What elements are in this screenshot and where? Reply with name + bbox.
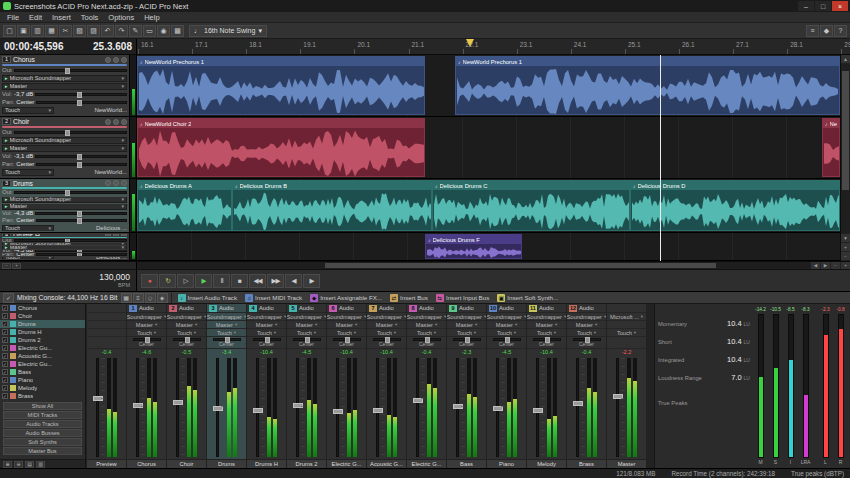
strip-pan-control[interactable]: Center bbox=[487, 337, 526, 349]
mixer-sidebar-item-drums[interactable]: ✓Drums bbox=[0, 320, 85, 328]
mixer-sidebar-item-drums-h[interactable]: ✓Drums H bbox=[0, 328, 85, 336]
mixer-strip-drums-h[interactable]: 4AudioSoundmapper▾Master▾Touch▾Center-10… bbox=[247, 304, 286, 468]
scroll-down-icon[interactable]: ▼ bbox=[841, 234, 850, 243]
menu-item-options[interactable]: Options bbox=[103, 13, 139, 22]
checkbox[interactable]: ✓ bbox=[2, 337, 8, 343]
volume-fader[interactable] bbox=[216, 358, 219, 457]
pan-slider[interactable] bbox=[533, 338, 561, 341]
filter-button-audio-busses[interactable]: Audio Busses bbox=[3, 429, 82, 437]
paste-icon[interactable]: ▨ bbox=[87, 25, 100, 37]
maximize-button[interactable]: □ bbox=[815, 1, 831, 11]
insert-bus-button[interactable]: ⇄Insert Bus bbox=[387, 292, 431, 303]
loop-playback-button[interactable]: ↻ bbox=[159, 274, 176, 288]
strip-automation-selector[interactable]: Touch▾ bbox=[167, 329, 206, 337]
menu-item-tools[interactable]: Tools bbox=[76, 13, 104, 22]
arm-record-button[interactable] bbox=[121, 57, 127, 63]
mixer-sidebar-item-piano[interactable]: ✓Piano bbox=[0, 376, 85, 384]
strip-automation-selector[interactable]: Touch▾ bbox=[407, 329, 446, 337]
track-lane-drums-h[interactable]: ♪Delicious Drums F bbox=[137, 233, 840, 261]
audio-clip-newworld-choir-2-0[interactable]: ♪NewWorld Choir 2 bbox=[137, 118, 425, 177]
zoom-in-icon[interactable]: + bbox=[840, 262, 850, 269]
horizontal-scroll-thumb[interactable] bbox=[325, 263, 715, 268]
strip-pan-control[interactable]: Center bbox=[367, 337, 406, 349]
checkbox[interactable]: ✓ bbox=[2, 329, 8, 335]
mixer-strip-electric-g[interactable]: 8AudioSoundmapper▾Master▾Touch▾Center-0.… bbox=[407, 304, 446, 468]
volume-fader[interactable] bbox=[496, 358, 499, 457]
checkbox[interactable]: ✓ bbox=[2, 313, 8, 319]
strip-pan-control[interactable]: Center bbox=[207, 337, 246, 349]
volume-fader[interactable] bbox=[35, 93, 127, 96]
device-selector[interactable]: ▸Microsoft Soundmapper▾ bbox=[2, 75, 127, 82]
pan-slider[interactable] bbox=[213, 338, 241, 341]
strip-pan-control[interactable]: Center bbox=[327, 337, 366, 349]
checkbox[interactable]: ✓ bbox=[2, 321, 8, 327]
volume-fader[interactable] bbox=[256, 358, 259, 457]
menu-item-edit[interactable]: Edit bbox=[24, 13, 47, 22]
insert-midi-track-button[interactable]: ♫Insert MIDI Track bbox=[242, 292, 305, 303]
mixer-strip-acoustic-g[interactable]: 7AudioSoundmapper▾Master▾Touch▾Center-10… bbox=[367, 304, 406, 468]
filter-button-soft-synths[interactable]: Soft Synths bbox=[3, 438, 82, 446]
mute-button[interactable] bbox=[105, 180, 111, 186]
pan-slider[interactable] bbox=[133, 338, 161, 341]
horizontal-scroll-track[interactable] bbox=[137, 262, 810, 269]
mixer-sidebar-item-acoustic-g[interactable]: ✓Acoustic G... bbox=[0, 352, 85, 360]
views-icon[interactable]: ▦ bbox=[121, 293, 132, 303]
wide-strips-icon[interactable]: ▥ bbox=[36, 461, 45, 468]
checkbox[interactable]: ✓ bbox=[2, 377, 8, 383]
solo-button[interactable] bbox=[113, 57, 119, 63]
strip-automation-selector[interactable]: Touch▾ bbox=[607, 329, 646, 337]
expand-track-icon[interactable]: + bbox=[12, 263, 21, 269]
automation-selector[interactable]: Touch▾ bbox=[2, 225, 54, 231]
timecode-display[interactable]: 00:00:45,596 bbox=[4, 41, 64, 52]
volume-fader[interactable] bbox=[35, 155, 127, 158]
minimize-button[interactable]: – bbox=[798, 1, 814, 11]
volume-fader[interactable] bbox=[456, 358, 459, 457]
menu-item-help[interactable]: Help bbox=[139, 13, 164, 22]
strip-automation-selector[interactable]: Touch▾ bbox=[487, 329, 526, 337]
mute-button[interactable] bbox=[105, 234, 111, 236]
strip-pan-control[interactable]: Center bbox=[287, 337, 326, 349]
pan-slider[interactable] bbox=[373, 338, 401, 341]
bus-selector[interactable]: ▸Master▾ bbox=[2, 145, 127, 152]
pan-slider[interactable] bbox=[293, 338, 321, 341]
scroll-up-icon[interactable]: ▲ bbox=[841, 55, 850, 64]
device-selector[interactable]: ▸Microsoft Soundmapper▾ bbox=[2, 243, 127, 245]
checkbox[interactable]: ✓ bbox=[2, 345, 8, 351]
insert-input-bus-button[interactable]: ⇆Insert Input Bus bbox=[433, 292, 492, 303]
zoom-out-icon[interactable]: ⊖ bbox=[14, 461, 23, 468]
track-header-chorus[interactable]: 1ChorusOut▸Microsoft Soundmapper▾▸Master… bbox=[0, 55, 136, 117]
properties-icon[interactable]: ≡ bbox=[133, 293, 144, 303]
mixer-strip-piano[interactable]: 10AudioSoundmapper▾Master▾Touch▾Center-4… bbox=[487, 304, 526, 468]
strip-bus-selector[interactable]: Master▾ bbox=[167, 321, 206, 329]
strip-automation-selector[interactable]: Touch▾ bbox=[207, 329, 246, 337]
go-to-end-button[interactable]: ▶▶ bbox=[267, 274, 284, 288]
strip-device-selector[interactable]: Soundmapper▾ bbox=[207, 313, 246, 321]
solo-button[interactable] bbox=[113, 180, 119, 186]
pan-slider[interactable] bbox=[573, 338, 601, 341]
zoom-out-vertical-icon[interactable]: − bbox=[841, 252, 850, 261]
swing-selector[interactable]: ♩ 16th Note Swing ▾ bbox=[189, 25, 267, 37]
volume-fader[interactable] bbox=[96, 358, 99, 457]
insert-assignable-fx-button[interactable]: ◆Insert Assignable FX... bbox=[307, 292, 385, 303]
pan-slider[interactable] bbox=[493, 338, 521, 341]
draw-tool-icon[interactable]: ✎ bbox=[129, 25, 142, 37]
track-header-drums[interactable]: 3DrumsOut▸Microsoft Soundmapper▾▸Master▾… bbox=[0, 179, 136, 233]
mixer-strip-drums-2[interactable]: 5AudioSoundmapper▾Master▾Touch▾Center-4.… bbox=[287, 304, 326, 468]
strip-automation-selector[interactable]: Touch▾ bbox=[567, 329, 606, 337]
mixer-strip-brass[interactable]: 12AudioSoundmapper▾Master▾Touch▾Center-0… bbox=[567, 304, 606, 468]
output-gain-slider[interactable] bbox=[14, 191, 127, 194]
strip-bus-selector[interactable]: Master▾ bbox=[207, 321, 246, 329]
mixer-strip-preview[interactable]: -0.4Preview bbox=[87, 304, 126, 468]
go-to-start-button[interactable]: ◀◀ bbox=[249, 274, 266, 288]
erase-tool-icon[interactable]: ▭ bbox=[143, 25, 156, 37]
pan-slider[interactable] bbox=[173, 338, 201, 341]
plugin-manager-icon[interactable]: ◆ bbox=[820, 25, 833, 37]
solo-button[interactable] bbox=[113, 234, 119, 236]
audio-clip-delicious-drums-b-1[interactable]: ♪Delicious Drums B bbox=[232, 180, 432, 231]
mixer-sidebar-item-melody[interactable]: ✓Melody bbox=[0, 384, 85, 392]
tempo-display[interactable]: 130,000 BPM bbox=[0, 270, 137, 291]
insert-soft-synth-button[interactable]: ▣Insert Soft Synth... bbox=[494, 292, 561, 303]
strip-automation-selector[interactable]: Touch▾ bbox=[247, 329, 286, 337]
volume-fader[interactable] bbox=[296, 358, 299, 457]
automation-selector[interactable]: Touch▾ bbox=[2, 257, 54, 259]
